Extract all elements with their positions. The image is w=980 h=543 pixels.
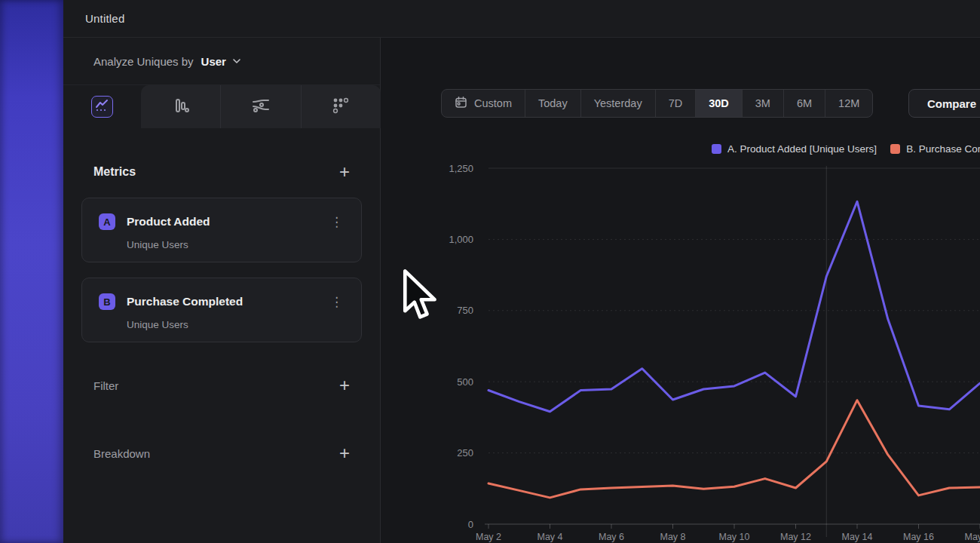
svg-text:250: 250: [457, 447, 473, 459]
svg-text:May 6: May 6: [599, 532, 624, 542]
filter-label: Filter: [93, 379, 118, 392]
svg-text:0: 0: [468, 519, 473, 530]
report-title[interactable]: Untitled: [85, 12, 124, 25]
svg-text:May 14: May 14: [842, 532, 873, 542]
chart-panel: CustomTodayYesterday7D30D3M6M12M Compare…: [381, 38, 980, 543]
svg-text:1,250: 1,250: [449, 163, 473, 174]
add-breakdown-button[interactable]: +: [339, 444, 350, 462]
bar-chart-icon: [171, 96, 191, 118]
metrics-label: Metrics: [93, 165, 136, 179]
analyze-uniques-row: Analyze Uniques by User: [63, 38, 380, 85]
svg-text:May 18: May 18: [965, 532, 980, 542]
metric-title[interactable]: Product Added: [127, 215, 210, 229]
metric-subtitle[interactable]: Unique Users: [127, 319, 346, 330]
breakdown-label: Breakdown: [93, 447, 150, 460]
svg-text:May 12: May 12: [780, 532, 811, 542]
metric-subtitle[interactable]: Unique Users: [127, 239, 346, 250]
line-chart[interactable]: 02505007501,0001,250May 2May 4May 6May 8…: [381, 38, 980, 543]
tab-line-chart[interactable]: [91, 96, 113, 118]
tab-retention-grid[interactable]: [301, 85, 381, 128]
metric-card-a[interactable]: A Product Added ⋮ Unique Users: [81, 198, 362, 262]
view-tab-strip: [141, 85, 381, 128]
metric-title[interactable]: Purchase Completed: [127, 295, 243, 308]
analyze-by-dropdown[interactable]: User: [201, 55, 226, 68]
retention-grid-icon: [332, 97, 350, 118]
add-filter-button[interactable]: +: [339, 376, 350, 394]
analyze-uniques-label: Analyze Uniques by: [93, 55, 194, 68]
svg-text:May 16: May 16: [903, 532, 934, 542]
kebab-menu-icon[interactable]: ⋮: [327, 214, 346, 230]
chevron-down-icon[interactable]: [232, 58, 241, 64]
tab-bar-chart[interactable]: [141, 85, 220, 128]
metrics-header: Metrics +: [63, 161, 381, 183]
svg-text:1,000: 1,000: [449, 234, 473, 245]
svg-text:May 4: May 4: [537, 532, 562, 542]
svg-text:May 8: May 8: [660, 532, 685, 542]
add-metric-button[interactable]: +: [339, 163, 350, 181]
filter-section: Filter +: [63, 374, 381, 397]
view-tabs: [63, 85, 380, 129]
svg-text:May 2: May 2: [476, 532, 501, 542]
metric-card-b[interactable]: B Purchase Completed ⋮ Unique Users: [81, 278, 362, 342]
sidebar: Analyze Uniques by User: [63, 38, 381, 543]
breakdown-section: Breakdown +: [63, 442, 381, 465]
kebab-menu-icon[interactable]: ⋮: [327, 294, 346, 310]
top-bar: Untitled: [63, 0, 980, 38]
metric-badge-b: B: [99, 293, 115, 310]
left-accent-strip: [0, 0, 63, 543]
app-window: Untitled Analyze Uniques by User: [0, 0, 980, 543]
svg-text:May 10: May 10: [719, 532, 750, 542]
svg-text:500: 500: [457, 376, 473, 388]
tab-flow-funnel[interactable]: [220, 85, 300, 128]
line-chart-icon: [94, 97, 110, 116]
flow-funnel-icon: [250, 97, 271, 118]
metric-badge-a: A: [99, 213, 115, 230]
svg-text:750: 750: [457, 305, 473, 316]
